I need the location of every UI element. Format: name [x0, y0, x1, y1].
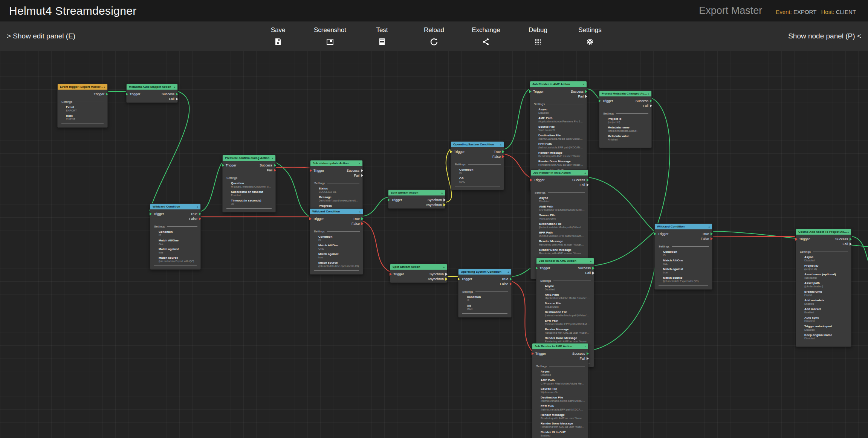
- tool-screenshot[interactable]: Screenshot: [313, 26, 347, 46]
- node-metadata-auto-mapper[interactable]: Metadata Auto Mapper Action▴TriggerSucce…: [126, 84, 178, 103]
- output-port-false[interactable]: False: [500, 281, 511, 286]
- node-header[interactable]: Job Render in AME Action▴: [530, 81, 587, 87]
- tool-settings[interactable]: Settings: [573, 26, 607, 46]
- input-port-trigger[interactable]: Trigger: [796, 237, 810, 241]
- input-port-trigger[interactable]: Trigger: [655, 231, 668, 236]
- node-header[interactable]: Operating System Condition▴: [458, 269, 511, 275]
- input-port-trigger[interactable]: Trigger: [451, 149, 465, 154]
- input-port-trigger[interactable]: Trigger: [388, 197, 402, 202]
- output-port-success[interactable]: Success: [572, 177, 588, 182]
- input-port-trigger[interactable]: Trigger: [150, 211, 164, 216]
- collapse-icon[interactable]: ▴: [847, 230, 849, 233]
- collapse-icon[interactable]: ▴: [359, 210, 361, 213]
- node-header[interactable]: Wildcard Condition▴: [150, 204, 200, 209]
- input-port-trigger[interactable]: Trigger: [599, 98, 613, 103]
- output-port-fail[interactable]: Fail: [572, 356, 588, 361]
- output-port-true[interactable]: True: [492, 149, 504, 154]
- output-port-true[interactable]: True: [189, 211, 200, 216]
- node-os-condition-1[interactable]: Operating System Condition▴TriggerTrueFa…: [451, 141, 504, 190]
- node-wildcard-condition-1[interactable]: Wildcard Condition▴TriggerTrueFalseSetti…: [150, 203, 201, 270]
- node-wildcard-condition-2[interactable]: Wildcard Condition▴TriggerTrueFalseSetti…: [310, 208, 363, 275]
- node-header[interactable]: Metadata Auto Mapper Action▴: [127, 84, 177, 90]
- output-port-true[interactable]: True: [351, 216, 363, 221]
- output-port-success[interactable]: Success: [572, 351, 588, 356]
- output-port-fail[interactable]: Fail: [260, 168, 275, 172]
- collapse-icon[interactable]: ▴: [272, 157, 273, 159]
- output-port-success[interactable]: Success: [835, 237, 851, 241]
- collapse-icon[interactable]: ▴: [104, 85, 105, 88]
- tool-save[interactable]: Save: [261, 26, 295, 46]
- node-header[interactable]: Wildcard Condition▴: [655, 224, 712, 229]
- output-port-success[interactable]: Success: [162, 92, 177, 96]
- output-port-false[interactable]: False: [701, 236, 712, 241]
- output-port-false[interactable]: False: [492, 154, 504, 159]
- show-node-panel-toggle[interactable]: Show node panel (P) <: [788, 21, 861, 51]
- input-port-trigger[interactable]: Trigger: [531, 177, 544, 182]
- show-edit-panel-toggle[interactable]: > Show edit panel (E): [7, 21, 75, 51]
- node-header[interactable]: Job status update Action▴: [310, 160, 362, 166]
- output-port-true[interactable]: True: [500, 276, 511, 281]
- node-header[interactable]: Split Stream Action▴: [388, 190, 445, 195]
- tool-exchange[interactable]: Exchange: [469, 26, 503, 46]
- tool-reload[interactable]: Reload: [417, 26, 451, 46]
- node-header[interactable]: Job Render in AME Action▴: [532, 343, 588, 349]
- collapse-icon[interactable]: ▴: [441, 191, 443, 194]
- output-port-success[interactable]: Success: [578, 266, 594, 270]
- input-port-trigger[interactable]: Trigger: [390, 272, 404, 276]
- output-port-success[interactable]: Success: [260, 163, 275, 168]
- collapse-icon[interactable]: ▴: [648, 92, 649, 95]
- node-header[interactable]: Job Render in AME Action▴: [531, 170, 588, 176]
- output-port-false[interactable]: False: [189, 216, 200, 221]
- output-port-fail[interactable]: Fail: [347, 173, 362, 178]
- collapse-icon[interactable]: ▴: [708, 225, 710, 228]
- output-port-asynchron[interactable]: Asynchron: [428, 276, 447, 281]
- node-split-stream-1[interactable]: Split Stream Action▴TriggerSynchronAsync…: [388, 189, 445, 209]
- collapse-icon[interactable]: ▴: [584, 345, 586, 348]
- node-event-trigger[interactable]: Event trigger: Export Master Export with…: [57, 84, 108, 128]
- node-project-metadata-changed[interactable]: Project Metadata Changed Action▴TriggerS…: [599, 90, 652, 148]
- node-split-stream-2[interactable]: Split Stream Action▴TriggerSynchronAsync…: [390, 264, 447, 283]
- node-header[interactable]: Wildcard Condition▴: [310, 209, 363, 214]
- collapse-icon[interactable]: ▴: [590, 259, 591, 262]
- input-port-trigger[interactable]: Trigger: [532, 351, 546, 356]
- input-port-trigger[interactable]: Trigger: [127, 92, 140, 96]
- input-port-trigger[interactable]: Trigger: [223, 163, 236, 168]
- node-wildcard-condition-3[interactable]: Wildcard Condition▴TriggerTrueFalseSetti…: [654, 223, 712, 290]
- input-port-trigger[interactable]: Trigger: [530, 89, 544, 94]
- output-port-success[interactable]: Success: [571, 89, 587, 94]
- input-port-trigger[interactable]: Trigger: [536, 266, 550, 270]
- node-graph-canvas[interactable]: Event trigger: Export Master Export with…: [0, 51, 868, 438]
- node-header[interactable]: Premiere confirm dialog Action▴: [223, 155, 275, 161]
- output-port-success[interactable]: Success: [636, 98, 651, 103]
- collapse-icon[interactable]: ▴: [500, 143, 501, 146]
- output-port-false[interactable]: False: [351, 221, 363, 226]
- collapse-icon[interactable]: ▴: [197, 205, 198, 208]
- input-port-trigger[interactable]: Trigger: [458, 276, 472, 281]
- output-port-fail[interactable]: Fail: [572, 182, 588, 187]
- output-port-true[interactable]: True: [701, 231, 712, 236]
- output-port-fail[interactable]: Fail: [835, 241, 851, 246]
- tool-test[interactable]: Test: [365, 26, 399, 46]
- tool-debug[interactable]: Debug: [521, 26, 555, 46]
- node-header[interactable]: Operating System Condition▴: [451, 142, 504, 147]
- output-port-trigger[interactable]: Trigger: [94, 92, 107, 96]
- collapse-icon[interactable]: ▴: [507, 270, 509, 273]
- node-header[interactable]: Cosmo Add Asset To Project Action▴: [796, 229, 851, 235]
- output-port-fail[interactable]: Fail: [162, 96, 177, 101]
- output-port-fail[interactable]: Fail: [571, 94, 587, 99]
- input-port-trigger[interactable]: Trigger: [310, 168, 324, 173]
- collapse-icon[interactable]: ▴: [359, 162, 360, 165]
- node-header[interactable]: Project Metadata Changed Action▴: [599, 91, 651, 96]
- output-port-asynchron[interactable]: Asynchron: [426, 202, 445, 207]
- node-premiere-confirm-dialog[interactable]: Premiere confirm dialog Action▴TriggerSu…: [222, 155, 276, 212]
- collapse-icon[interactable]: ▴: [584, 171, 586, 174]
- node-cosmo-add-asset[interactable]: Cosmo Add Asset To Project Action▴Trigge…: [796, 229, 851, 347]
- collapse-icon[interactable]: ▴: [174, 85, 175, 88]
- output-port-fail[interactable]: Fail: [636, 103, 651, 108]
- output-port-synchron[interactable]: Synchron: [426, 197, 445, 202]
- output-port-success[interactable]: Success: [347, 168, 362, 173]
- input-port-trigger[interactable]: Trigger: [310, 216, 324, 221]
- node-header[interactable]: Split Stream Action▴: [390, 264, 447, 270]
- node-job-render-ame-4[interactable]: Job Render in AME Action▴TriggerSuccessF…: [532, 343, 588, 438]
- output-port-fail[interactable]: Fail: [578, 270, 594, 275]
